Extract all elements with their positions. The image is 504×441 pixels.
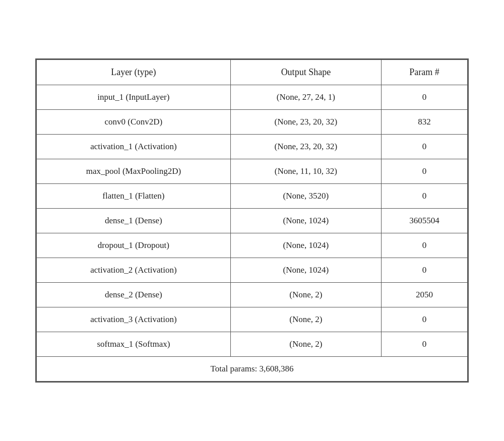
cell-param: 0 xyxy=(382,135,468,159)
table-header-row: Layer (type) Output Shape Param # xyxy=(37,60,468,85)
table-row: softmax_1 (Softmax)(None, 2)0 xyxy=(37,332,468,357)
table-row: input_1 (InputLayer)(None, 27, 24, 1)0 xyxy=(37,85,468,110)
cell-layer: dense_2 (Dense) xyxy=(37,283,231,307)
cell-param: 0 xyxy=(382,85,468,110)
table-row: activation_3 (Activation)(None, 2)0 xyxy=(37,307,468,332)
cell-param: 0 xyxy=(382,258,468,283)
cell-param: 3605504 xyxy=(382,209,468,233)
header-output-shape: Output Shape xyxy=(230,60,381,85)
cell-layer: max_pool (MaxPooling2D) xyxy=(37,159,231,184)
cell-output-shape: (None, 2) xyxy=(230,283,381,307)
model-summary-table: Layer (type) Output Shape Param # input_… xyxy=(35,58,469,383)
table-row: dense_1 (Dense)(None, 1024)3605504 xyxy=(37,209,468,233)
cell-param: 2050 xyxy=(382,283,468,307)
cell-layer: dense_1 (Dense) xyxy=(37,209,231,233)
table-footer-row: Total params: 3,608,386 xyxy=(37,357,468,382)
total-params: Total params: 3,608,386 xyxy=(37,357,468,382)
cell-layer: dropout_1 (Dropout) xyxy=(37,233,231,258)
cell-output-shape: (None, 23, 20, 32) xyxy=(230,135,381,159)
cell-layer: conv0 (Conv2D) xyxy=(37,110,231,135)
table-row: conv0 (Conv2D)(None, 23, 20, 32)832 xyxy=(37,110,468,135)
cell-layer: activation_1 (Activation) xyxy=(37,135,231,159)
cell-layer: flatten_1 (Flatten) xyxy=(37,184,231,209)
cell-layer: activation_2 (Activation) xyxy=(37,258,231,283)
cell-layer: softmax_1 (Softmax) xyxy=(37,332,231,357)
cell-output-shape: (None, 1024) xyxy=(230,209,381,233)
table-row: max_pool (MaxPooling2D)(None, 11, 10, 32… xyxy=(37,159,468,184)
cell-layer: activation_3 (Activation) xyxy=(37,307,231,332)
cell-output-shape: (None, 2) xyxy=(230,307,381,332)
cell-output-shape: (None, 23, 20, 32) xyxy=(230,110,381,135)
cell-output-shape: (None, 27, 24, 1) xyxy=(230,85,381,110)
table-row: activation_2 (Activation)(None, 1024)0 xyxy=(37,258,468,283)
table-row: dropout_1 (Dropout)(None, 1024)0 xyxy=(37,233,468,258)
header-param: Param # xyxy=(382,60,468,85)
header-layer: Layer (type) xyxy=(37,60,231,85)
cell-output-shape: (None, 11, 10, 32) xyxy=(230,159,381,184)
cell-param: 0 xyxy=(382,184,468,209)
cell-output-shape: (None, 2) xyxy=(230,332,381,357)
cell-layer: input_1 (InputLayer) xyxy=(37,85,231,110)
cell-param: 0 xyxy=(382,332,468,357)
table-row: dense_2 (Dense)(None, 2)2050 xyxy=(37,283,468,307)
cell-output-shape: (None, 1024) xyxy=(230,233,381,258)
table-row: activation_1 (Activation)(None, 23, 20, … xyxy=(37,135,468,159)
cell-param: 0 xyxy=(382,159,468,184)
cell-param: 0 xyxy=(382,307,468,332)
cell-output-shape: (None, 1024) xyxy=(230,258,381,283)
cell-param: 832 xyxy=(382,110,468,135)
cell-output-shape: (None, 3520) xyxy=(230,184,381,209)
table-row: flatten_1 (Flatten)(None, 3520)0 xyxy=(37,184,468,209)
cell-param: 0 xyxy=(382,233,468,258)
